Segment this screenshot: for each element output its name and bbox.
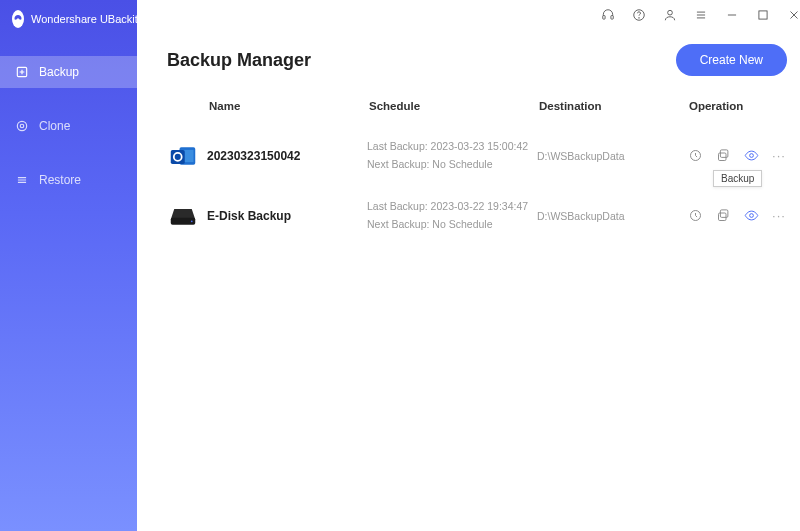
page-header: Backup Manager Create New [137, 30, 800, 94]
page-title: Backup Manager [167, 50, 311, 71]
sidebar-item-label: Backup [39, 65, 79, 79]
table-row: 20230323150042 Last Backup: 2023-03-23 1… [167, 126, 787, 186]
operation-cell: ··· [687, 208, 787, 224]
backup-now-icon[interactable] [715, 148, 731, 164]
col-operation: Operation [689, 100, 787, 112]
clone-icon [15, 119, 29, 133]
svg-rect-17 [171, 150, 185, 164]
svg-point-22 [749, 154, 753, 158]
svg-rect-3 [602, 16, 604, 19]
schedule-settings-icon[interactable] [687, 208, 703, 224]
more-icon[interactable]: ··· [771, 148, 787, 164]
last-backup: Last Backup: 2023-03-23 15:00:42 [367, 138, 537, 156]
last-backup: Last Backup: 2023-03-22 19:34:47 [367, 198, 537, 216]
headset-icon[interactable] [600, 8, 615, 23]
view-icon[interactable] [743, 148, 759, 164]
svg-rect-4 [610, 16, 612, 19]
disk-icon [167, 200, 199, 232]
help-icon[interactable] [631, 8, 646, 23]
col-schedule: Schedule [369, 100, 539, 112]
svg-rect-20 [720, 150, 728, 158]
user-icon[interactable] [662, 8, 677, 23]
sidebar: Wondershare UBackit Backup Clone Restore [0, 0, 137, 531]
col-destination: Destination [539, 100, 689, 112]
svg-rect-21 [718, 153, 726, 161]
sidebar-item-label: Restore [39, 173, 81, 187]
tooltip: Backup [713, 170, 762, 187]
titlebar [137, 0, 800, 30]
backup-name: 20230323150042 [207, 149, 367, 163]
sidebar-nav: Backup Clone Restore [0, 42, 137, 196]
menu-icon[interactable] [693, 8, 708, 23]
backup-schedule: Last Backup: 2023-03-23 15:00:42 Next Ba… [367, 138, 537, 174]
create-new-button[interactable]: Create New [676, 44, 787, 76]
restore-icon [15, 173, 29, 187]
backup-destination: D:\WSBackupData [537, 150, 687, 162]
svg-point-6 [638, 18, 639, 19]
next-backup: Next Backup: No Schedule [367, 156, 537, 174]
maximize-icon[interactable] [755, 8, 770, 23]
backup-table: Name Schedule Destination Operation 2023… [137, 94, 800, 245]
col-name: Name [209, 100, 369, 112]
minimize-icon[interactable] [724, 8, 739, 23]
backup-now-icon[interactable] [715, 208, 731, 224]
svg-rect-27 [718, 213, 726, 221]
app-name: Wondershare UBackit [31, 13, 138, 25]
more-icon[interactable]: ··· [771, 208, 787, 224]
outlook-icon [167, 140, 199, 172]
sidebar-item-label: Clone [39, 119, 70, 133]
sidebar-item-backup[interactable]: Backup [0, 56, 137, 88]
schedule-settings-icon[interactable] [687, 148, 703, 164]
sidebar-item-restore[interactable]: Restore [0, 164, 137, 196]
close-icon[interactable] [786, 8, 800, 23]
backup-destination: D:\WSBackupData [537, 210, 687, 222]
svg-point-24 [191, 220, 193, 222]
svg-rect-12 [758, 11, 766, 19]
view-icon[interactable] [743, 208, 759, 224]
table-header: Name Schedule Destination Operation [167, 94, 787, 126]
backup-name: E-Disk Backup [207, 209, 367, 223]
svg-rect-26 [720, 210, 728, 218]
svg-point-1 [17, 121, 26, 130]
operation-cell: ··· Backup [687, 148, 787, 164]
svg-point-7 [667, 10, 672, 15]
butterfly-icon [12, 10, 24, 28]
backup-schedule: Last Backup: 2023-03-22 19:34:47 Next Ba… [367, 198, 537, 234]
app-logo: Wondershare UBackit [0, 0, 137, 42]
svg-point-28 [749, 214, 753, 218]
sidebar-item-clone[interactable]: Clone [0, 110, 137, 142]
main: Backup Manager Create New Name Schedule … [137, 0, 800, 531]
table-row: E-Disk Backup Last Backup: 2023-03-22 19… [167, 186, 787, 246]
backup-icon [15, 65, 29, 79]
svg-point-2 [20, 124, 24, 128]
next-backup: Next Backup: No Schedule [367, 216, 537, 234]
